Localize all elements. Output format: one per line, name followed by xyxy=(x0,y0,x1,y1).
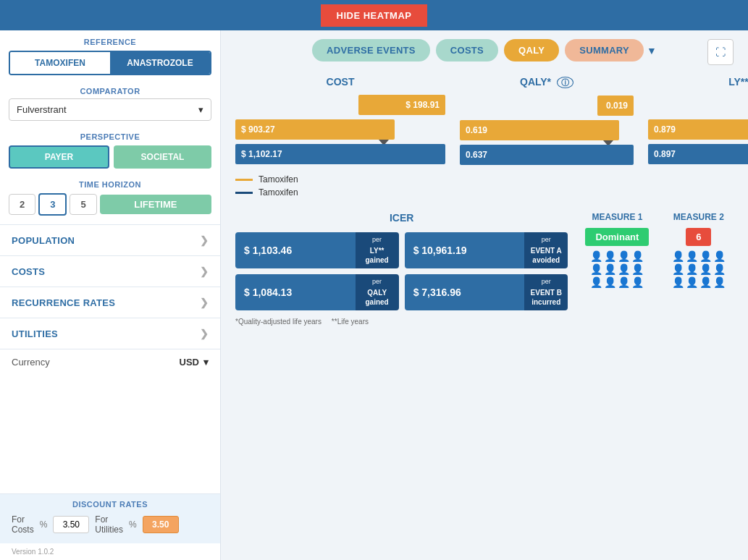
comparator-label: COMPARATOR xyxy=(0,82,220,98)
person-icon: 👤 xyxy=(618,263,630,275)
currency-chevron-icon: ▾ xyxy=(203,357,209,368)
pct1-label: % xyxy=(40,519,48,530)
legend-gold: Tamoxifen xyxy=(235,174,445,184)
cost-column: COST $ 198.91 $ 903.27 xyxy=(235,76,445,198)
qaly-info-icon[interactable]: ⓘ xyxy=(557,77,573,88)
comparator-chevron-icon: ▾ xyxy=(198,104,203,115)
tab-costs[interactable]: COSTS xyxy=(436,39,498,61)
perspective-label: PERSPECTIVE xyxy=(0,128,220,145)
qaly-column: QALY* ⓘ 0.019 0.619 xyxy=(460,76,634,165)
sidebar-item-population[interactable]: POPULATION ❯ xyxy=(0,224,220,255)
ly-bar-row-2: 0.879 xyxy=(648,119,748,140)
person-icon: 👤 xyxy=(686,250,698,262)
footnotes: *Quality-adjusted life years **Life year… xyxy=(235,318,568,326)
reference-label: REFERENCE xyxy=(0,30,220,51)
cost-bars: $ 198.91 $ 903.27 $ 1,10 xyxy=(235,95,445,164)
expand-icon: ⛶ xyxy=(715,46,726,58)
legend-gold-label: Tamoxifen xyxy=(259,174,298,184)
comparator-select[interactable]: Fulverstrant ▾ xyxy=(9,98,211,121)
qaly-val-1: 0.019 xyxy=(606,101,628,111)
person-icon: 👤 xyxy=(672,250,684,262)
person-icon: 👤 xyxy=(618,250,630,262)
qaly-bar-gold-large: 0.619 xyxy=(460,120,619,140)
measure2-badge: 6 xyxy=(686,228,711,246)
cost-bar-gold-small: $ 198.91 xyxy=(358,95,445,115)
for-utilities-label: ForUtilities xyxy=(95,514,123,535)
qaly-bar-row-3: 0.637 xyxy=(460,145,634,165)
cost-val-2: $ 903.27 xyxy=(241,124,275,135)
main-content: ADVERSE EVENTS COSTS QALY SUMMARY ▼ ⛶ CO… xyxy=(221,30,748,560)
ref-anastrozole-button[interactable]: ANASTROZOLE xyxy=(110,52,210,74)
tab-adverse-events[interactable]: ADVERSE EVENTS xyxy=(312,39,430,61)
ly-bar-gold-large: 0.879 xyxy=(648,119,748,140)
person-icon: 👤 xyxy=(604,276,616,288)
person-icon: 👤 xyxy=(604,263,616,275)
ly-bar-row-3: 0.897 xyxy=(648,144,748,164)
pct2-label: % xyxy=(129,519,137,530)
payer-button[interactable]: PAYER xyxy=(9,145,109,169)
icer-label-3: per QALY gained xyxy=(356,274,399,310)
person-icon: 👤 xyxy=(686,263,698,275)
ref-tamoxifen-button[interactable]: TAMOXIFEN xyxy=(10,52,110,74)
societal-button[interactable]: SOCIETAL xyxy=(114,145,211,169)
qaly-val-2: 0.619 xyxy=(466,125,487,135)
measure1-people: 👤👤👤👤👤👤👤👤👤👤👤👤 xyxy=(584,250,650,288)
qaly-bar-blue: 0.637 xyxy=(460,145,634,165)
currency-label: Currency xyxy=(12,357,50,368)
person-icon: 👤 xyxy=(618,276,630,288)
time-lifetime-button[interactable]: LIFETIME xyxy=(100,195,211,214)
cost-bar-row-1: $ 198.91 xyxy=(235,95,445,115)
icer-card-2: $ 10,961.19 per EVENT A avoided xyxy=(405,232,568,268)
icer-card-3: $ 1,084.13 per QALY gained xyxy=(235,274,399,310)
sidebar-item-utilities[interactable]: UTILITIES ❯ xyxy=(0,318,220,349)
qaly-bar-row-2: 0.619 xyxy=(460,120,634,140)
summary-dropdown-icon: ▼ xyxy=(647,45,657,56)
ly-bar-blue: 0.897 xyxy=(648,144,748,164)
person-icon: 👤 xyxy=(631,250,644,262)
sidebar-item-recurrence-rates[interactable]: RECURRENCE RATES ❯ xyxy=(0,287,220,318)
tab-bar: ADVERSE EVENTS COSTS QALY SUMMARY ▼ ⛶ xyxy=(235,39,734,61)
measure1-title: MEASURE 1 xyxy=(582,212,652,222)
cost-val-1: $ 198.91 xyxy=(405,100,440,110)
legend-blue-line xyxy=(235,192,253,194)
tab-qaly[interactable]: QALY xyxy=(504,39,559,61)
reference-buttons: TAMOXIFEN ANASTROZOLE xyxy=(9,51,211,75)
population-chevron-icon: ❯ xyxy=(200,234,209,246)
icer-card-4: $ 7,316.96 per EVENT B incurred xyxy=(405,274,568,310)
person-icon: 👤 xyxy=(713,263,726,275)
cost-bar-row-3: $ 1,102.17 xyxy=(235,144,445,164)
measure1-badge: Dominant xyxy=(585,228,649,246)
time-2-button[interactable]: 2 xyxy=(9,194,35,215)
discount-costs-input[interactable] xyxy=(53,516,89,533)
expand-button[interactable]: ⛶ xyxy=(707,39,734,65)
person-icon: 👤 xyxy=(672,263,684,275)
tab-summary[interactable]: SUMMARY xyxy=(565,39,644,61)
person-icon: 👤 xyxy=(672,276,684,288)
cost-title: COST xyxy=(235,76,445,88)
time-horizon-label: TIME HORIZON xyxy=(0,176,220,193)
discount-utilities-input[interactable] xyxy=(143,516,179,533)
comparator-value: Fulverstrant xyxy=(17,104,67,115)
time-5-button[interactable]: 5 xyxy=(70,194,96,215)
currency-select[interactable]: USD ▾ xyxy=(180,357,209,368)
discount-row: ForCosts % ForUtilities % xyxy=(12,514,209,535)
hide-heatmap-button[interactable]: HIDE HEATMAP xyxy=(321,4,428,27)
person-icon: 👤 xyxy=(699,263,712,275)
icer-title: ICER xyxy=(235,212,568,224)
person-icon: 👤 xyxy=(713,276,726,288)
recurrence-chevron-icon: ❯ xyxy=(200,297,209,308)
qaly-bar-row-1: 0.019 xyxy=(460,96,634,116)
icer-label-4: per EVENT B incurred xyxy=(524,274,568,310)
sidebar-item-costs[interactable]: COSTS ❯ xyxy=(0,255,220,287)
icer-value-1: $ 1,103.46 xyxy=(235,232,356,268)
currency-row: Currency USD ▾ xyxy=(0,349,220,375)
for-costs-label: ForCosts xyxy=(12,514,34,535)
person-icon: 👤 xyxy=(604,250,616,262)
measure2-column: MEASURE 2 6 👤👤👤👤👤👤👤👤👤👤👤👤 xyxy=(664,212,734,288)
cost-bar-row-2: $ 903.27 xyxy=(235,119,445,140)
person-icon: 👤 xyxy=(590,250,602,262)
legend-blue: Tamoxifen xyxy=(235,187,445,198)
legend-blue-label: Tamoxifen xyxy=(259,187,298,198)
ly-footnote: **Life years xyxy=(332,318,369,326)
time-3-button[interactable]: 3 xyxy=(38,193,67,216)
